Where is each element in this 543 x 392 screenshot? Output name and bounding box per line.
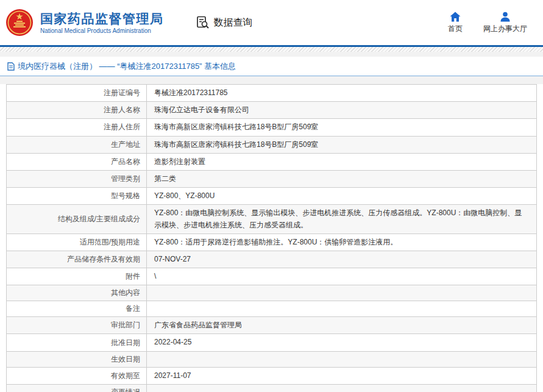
gray-band <box>0 76 543 84</box>
row-value: 珠海市高新区唐家湾镇科技七路18号B型厂房509室 <box>147 137 536 153</box>
row-label: 适用范围/预期用途 <box>7 234 147 251</box>
table-row: 型号规格 YZ-800、YZ-800U <box>7 188 536 205</box>
row-label: 备注 <box>7 301 147 316</box>
table-row: 结构及组成/主要组成成分 YZ-800：由微电脑控制系统、显示输出模块、步进电机… <box>7 205 536 233</box>
row-label-text: 产品名称 <box>111 157 140 167</box>
nav-service-hall[interactable]: 网上办事大厅 <box>483 12 527 34</box>
home-icon <box>450 12 461 22</box>
row-value: 第二类 <box>147 171 536 187</box>
site-title-cn: 国家药品监督管理局 <box>40 11 164 26</box>
table-row: 其他内容 <box>7 285 536 301</box>
row-value: 2022-04-25 <box>147 334 536 351</box>
doc-magnifier-icon <box>196 15 210 30</box>
row-value: 广东省食品药品监督管理局 <box>147 317 536 333</box>
gray-band <box>0 52 543 57</box>
table-row: 注册人住所 珠海市高新区唐家湾镇科技七路18号B型厂房509室 <box>7 119 536 136</box>
row-value-text: 粤械注准20172311785 <box>154 88 228 97</box>
row-label-text: 生产地址 <box>111 140 140 150</box>
national-emblem-icon <box>5 8 34 37</box>
row-label-text: 批准日期 <box>111 338 140 348</box>
row-label: 其他内容 <box>7 285 147 301</box>
row-value: YZ-800：适用于尿路逆行造影辅助推注。YZ-800U：供输卵管造影注液用。 <box>147 234 536 251</box>
row-value-text: 2027-11-07 <box>154 371 191 380</box>
row-value: 造影剂注射装置 <box>147 154 536 170</box>
row-label: 生效日期 <box>7 352 147 367</box>
row-value-text: \ <box>154 272 156 280</box>
row-value-text: 07-NOV-27 <box>154 255 191 263</box>
table-row: 附件 \ <box>7 268 536 285</box>
row-label-text: 适用范围/预期用途 <box>80 237 140 248</box>
breadcrumb: 境内医疗器械（注册） —— “粤械注准20172311785” 基本信息 <box>0 57 543 76</box>
row-value <box>147 307 536 312</box>
top-nav: 首页 网上办事大厅 <box>448 12 527 34</box>
table-row: 生效日期 <box>7 352 536 368</box>
row-value: 2027-11-07 <box>147 368 536 384</box>
row-label: 型号规格 <box>7 188 147 204</box>
table-row: 管理类别 第二类 <box>7 171 536 188</box>
row-label: 管理类别 <box>7 171 147 187</box>
row-label: 生产地址 <box>7 137 147 153</box>
nav-home[interactable]: 首页 <box>448 12 463 34</box>
row-label-text: 生效日期 <box>111 354 140 365</box>
main-content: 注册证编号 粤械注准20172311785 注册人名称 珠海亿立达电子设备有限公… <box>0 84 543 392</box>
row-label-text: 备注 <box>126 304 140 314</box>
row-label: 产品名称 <box>7 154 147 170</box>
row-label: 有效期至 <box>7 368 147 384</box>
row-label-text: 管理类别 <box>111 174 140 184</box>
site-title-en: National Medical Products Administration <box>40 27 164 34</box>
row-label: 变更情况 <box>7 385 147 392</box>
row-label: 注册人名称 <box>7 102 147 118</box>
row-value: \ <box>147 268 536 285</box>
table-row: 变更情况 <box>7 385 536 392</box>
table-row: 注册人名称 珠海亿立达电子设备有限公司 <box>7 102 536 119</box>
row-label-text: 其他内容 <box>111 288 140 298</box>
table-row: 审批部门 广东省食品药品监督管理局 <box>7 317 536 334</box>
table-row: 适用范围/预期用途 YZ-800：适用于尿路逆行造影辅助推注。YZ-800U：供… <box>7 234 536 251</box>
document-icon <box>7 62 15 71</box>
row-value-text: 珠海市高新区唐家湾镇科技七路18号B型厂房509室 <box>154 140 318 149</box>
row-value: 粤械注准20172311785 <box>147 85 536 101</box>
data-query-label: 数据查询 <box>214 16 253 29</box>
row-label: 产品储存条件及有效期 <box>7 251 147 268</box>
row-value: YZ-800：由微电脑控制系统、显示输出模块、步进电机推进系统、压力传感器组成。… <box>147 205 536 233</box>
row-value <box>147 390 536 392</box>
row-value-text: YZ-800：适用于尿路逆行造影辅助推注。YZ-800U：供输卵管造影注液用。 <box>154 238 397 246</box>
hatch-band <box>0 47 543 52</box>
row-value-text: 广东省食品药品监督管理局 <box>154 321 242 329</box>
row-label-text: 型号规格 <box>111 191 140 201</box>
row-label: 批准日期 <box>7 334 147 351</box>
row-label: 注册证编号 <box>7 85 147 101</box>
table-row: 备注 <box>7 301 536 317</box>
row-value-text: 2022-04-25 <box>154 338 191 346</box>
row-value: 珠海亿立达电子设备有限公司 <box>147 102 536 118</box>
row-value: YZ-800、YZ-800U <box>147 188 536 204</box>
table-row: 注册证编号 粤械注准20172311785 <box>7 85 536 102</box>
site-header: 国家药品监督管理局 National Medical Products Admi… <box>0 0 543 45</box>
row-value <box>147 291 536 296</box>
site-title-block: 国家药品监督管理局 National Medical Products Admi… <box>40 11 164 34</box>
row-label-text: 有效期至 <box>111 371 140 381</box>
row-label: 注册人住所 <box>7 119 147 135</box>
row-label: 审批部门 <box>7 317 147 333</box>
table-row: 有效期至 2027-11-07 <box>7 368 536 385</box>
table-row: 生产地址 珠海市高新区唐家湾镇科技七路18号B型厂房509室 <box>7 137 536 154</box>
row-value-text: YZ-800：由微电脑控制系统、显示输出模块、步进电机推进系统、压力传感器组成。… <box>154 208 522 229</box>
row-value: 珠海市高新区唐家湾镇科技七路18号B型厂房509室 <box>147 119 536 135</box>
row-label-text: 审批部门 <box>111 320 140 330</box>
data-query-nav[interactable]: 数据查询 <box>196 15 253 30</box>
row-value-text: 珠海亿立达电子设备有限公司 <box>154 105 249 114</box>
row-value-text: YZ-800、YZ-800U <box>154 191 215 200</box>
table-row: 批准日期 2022-04-25 <box>7 334 536 351</box>
row-value-text: 珠海市高新区唐家湾镇科技七路18号B型厂房509室 <box>154 123 318 131</box>
row-label-text: 结构及组成/主要组成成分 <box>58 214 140 224</box>
row-value: 07-NOV-27 <box>147 251 536 268</box>
row-value <box>147 357 536 362</box>
person-icon <box>500 12 511 22</box>
row-label-text: 变更情况 <box>111 387 140 392</box>
row-label-text: 注册人名称 <box>104 105 140 115</box>
row-label: 结构及组成/主要组成成分 <box>7 205 147 233</box>
breadcrumb-text: 境内医疗器械（注册） —— “粤械注准20172311785” 基本信息 <box>18 61 236 72</box>
row-value-text: 造影剂注射装置 <box>154 157 205 166</box>
row-label: 附件 <box>7 268 147 285</box>
row-label-text: 附件 <box>126 271 140 282</box>
